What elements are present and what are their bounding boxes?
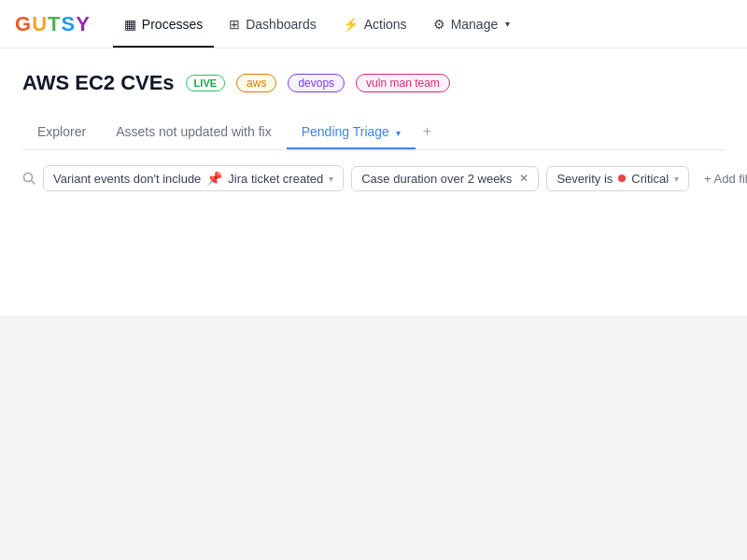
nav-item-actions[interactable]: ⚡ Actions xyxy=(331,0,418,48)
tag-vuln[interactable]: vuln man team xyxy=(356,74,450,92)
tab-assets-not-updated[interactable]: Assets not updated with fix xyxy=(101,115,287,148)
severity-dot-icon xyxy=(618,175,626,182)
tag-aws[interactable]: aws xyxy=(236,74,276,92)
add-filter-label: + Add filter xyxy=(704,172,747,186)
severity-chevron-icon: ▾ xyxy=(674,174,679,184)
filter-severity-label: Severity is xyxy=(557,172,613,186)
filter-duration-label: Case duration over 2 weeks xyxy=(361,172,512,186)
logo[interactable]: GUTSY xyxy=(15,12,91,36)
processes-icon: ▦ xyxy=(124,17,136,32)
manage-icon: ⚙ xyxy=(433,17,445,32)
nav-item-processes[interactable]: ▦ Processes xyxy=(113,0,214,48)
tag-devops[interactable]: devops xyxy=(288,74,345,92)
tab-add-button[interactable]: + xyxy=(416,114,439,149)
nav-items: ▦ Processes ⊞ Dashboards ⚡ Actions ⚙ Man… xyxy=(113,0,521,48)
dashboards-icon: ⊞ xyxy=(229,17,240,32)
actions-icon: ⚡ xyxy=(343,17,359,32)
manage-chevron-icon: ▾ xyxy=(505,19,510,29)
logo-letter-y: Y xyxy=(76,12,91,35)
logo-letter-g: G xyxy=(15,12,32,35)
tab-pending-label: Pending Triage xyxy=(302,124,389,139)
nav-label-actions: Actions xyxy=(364,17,407,32)
page-header: AWS EC2 CVEs LIVE aws devops vuln man te… xyxy=(22,71,725,95)
page-container: GUTSY ▦ Processes ⊞ Dashboards ⚡ Actions… xyxy=(0,0,747,560)
search-icon xyxy=(22,172,35,185)
filter-chip-severity[interactable]: Severity is Critical ▾ xyxy=(546,166,689,191)
logo-letter-s: S xyxy=(61,12,76,35)
jira-icon: 📌 xyxy=(206,171,222,186)
tabs: Explorer Assets not updated with fix Pen… xyxy=(22,114,725,150)
filter-severity-sublabel: Critical xyxy=(631,172,669,186)
case-duration-close-icon[interactable]: ✕ xyxy=(519,172,529,185)
nav-label-manage: Manage xyxy=(451,17,499,32)
filter-variant-label: Variant events don't include xyxy=(53,172,201,186)
bottom-area xyxy=(0,315,747,560)
add-filter-button[interactable]: + Add filter xyxy=(697,167,747,190)
filter-row: Variant events don't include 📌 Jira tick… xyxy=(22,165,725,206)
navbar: GUTSY ▦ Processes ⊞ Dashboards ⚡ Actions… xyxy=(0,0,747,49)
variant-chevron-icon: ▾ xyxy=(329,174,333,184)
logo-letter-u: U xyxy=(32,12,48,35)
live-badge: LIVE xyxy=(186,75,225,91)
filter-chip-variant-events[interactable]: Variant events don't include 📌 Jira tick… xyxy=(43,165,344,191)
main-content: AWS EC2 CVEs LIVE aws devops vuln man te… xyxy=(0,49,747,315)
tab-pending-triage[interactable]: Pending Triage ▾ xyxy=(287,115,416,148)
filter-chip-case-duration[interactable]: Case duration over 2 weeks ✕ xyxy=(351,166,539,191)
page-title: AWS EC2 CVEs xyxy=(22,71,175,95)
nav-item-dashboards[interactable]: ⊞ Dashboards xyxy=(218,0,328,48)
svg-line-1 xyxy=(32,181,35,185)
nav-label-processes: Processes xyxy=(142,17,203,32)
tab-explorer[interactable]: Explorer xyxy=(22,115,101,148)
nav-label-dashboards: Dashboards xyxy=(246,17,317,32)
logo-letter-t: T xyxy=(48,12,61,35)
tab-assets-label: Assets not updated with fix xyxy=(116,124,272,139)
tab-explorer-label: Explorer xyxy=(37,124,86,139)
nav-item-manage[interactable]: ⚙ Manage ▾ xyxy=(422,0,522,48)
pending-triage-chevron-icon: ▾ xyxy=(396,128,401,138)
filter-variant-sublabel: Jira ticket created xyxy=(228,172,323,186)
